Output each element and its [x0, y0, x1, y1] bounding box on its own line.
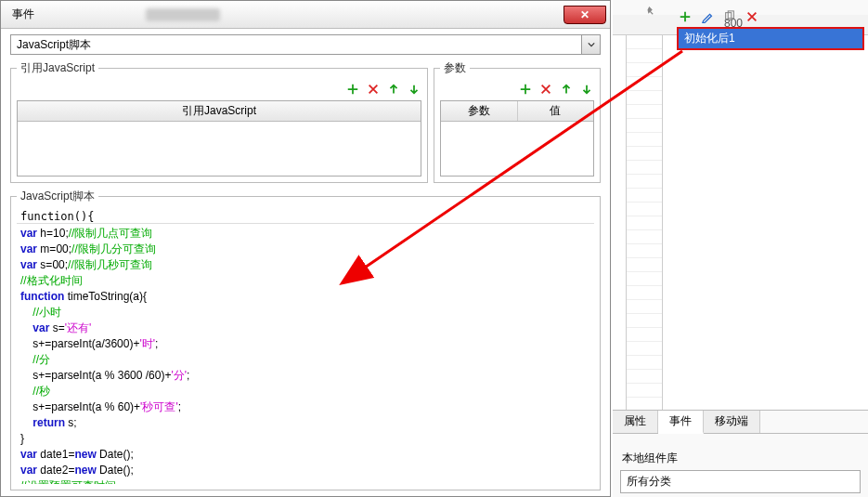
tab-事件[interactable]: 事件	[658, 411, 704, 434]
arrow-down-icon[interactable]	[407, 82, 421, 97]
arrow-down-icon[interactable]	[579, 82, 594, 97]
add-icon[interactable]	[518, 82, 533, 97]
params-legend: 参数	[440, 60, 470, 76]
include-js-table[interactable]: 引用JavaScript	[17, 100, 421, 177]
component-library: 本地组件库 所有分类	[613, 443, 868, 497]
add-icon[interactable]	[345, 82, 360, 97]
dialog-title: 事件	[12, 7, 34, 22]
tab-属性[interactable]: 属性	[613, 411, 658, 433]
dialog-titlebar[interactable]: 事件 ✕	[1, 1, 610, 29]
code-editor[interactable]: var h=10;//限制几点可查询var m=00;//限制几分可查询var …	[17, 223, 594, 484]
params-group: 参数 参数 值	[434, 60, 601, 183]
script-legend: JavaScript脚本	[17, 189, 98, 204]
chevron-down-icon[interactable]	[581, 35, 600, 54]
tab-移动端[interactable]: 移动端	[704, 411, 760, 433]
col-param: 参数	[441, 101, 518, 121]
arrow-up-icon[interactable]	[386, 82, 401, 97]
delete-event-icon[interactable]	[745, 9, 759, 24]
script-type-dropdown[interactable]: JavaScript脚本	[10, 34, 601, 55]
delete-icon[interactable]	[366, 82, 381, 97]
close-button[interactable]: ✕	[564, 6, 606, 24]
library-category-dropdown[interactable]: 所有分类	[620, 470, 861, 493]
canvas-grid[interactable]	[613, 35, 868, 410]
edit-icon[interactable]	[700, 9, 715, 24]
blurred-subtitle	[146, 8, 220, 21]
include-js-legend: 引用JavaScript	[17, 60, 98, 76]
event-dialog: 事件 ✕ JavaScript脚本 引用JavaScript 引用JavaS	[0, 0, 611, 497]
event-toolbar	[678, 9, 759, 24]
event-row-init[interactable]: 初始化后1	[679, 29, 862, 48]
library-title: 本地组件库	[622, 451, 859, 466]
dropdown-text: JavaScript脚本	[11, 37, 581, 53]
panel-tabs: 属性事件移动端	[613, 410, 868, 434]
delete-icon[interactable]	[538, 82, 553, 97]
event-list[interactable]: 初始化后1	[678, 28, 863, 49]
script-group: JavaScript脚本 function(){ var h=10;//限制几点…	[10, 189, 601, 490]
right-panel: 800 属性事件移动端 本地组件库 所有分类	[613, 0, 868, 497]
add-event-icon[interactable]	[678, 9, 693, 24]
pin-icon[interactable]	[644, 6, 657, 21]
col-include-js: 引用JavaScript	[18, 101, 421, 121]
params-table[interactable]: 参数 值	[440, 100, 594, 177]
col-value: 值	[518, 101, 594, 121]
copy-icon[interactable]	[722, 9, 737, 24]
function-header: function(){	[17, 208, 594, 223]
include-js-group: 引用JavaScript 引用JavaScript	[10, 60, 428, 183]
dialog-body: JavaScript脚本 引用JavaScript 引用JavaScript	[1, 29, 610, 496]
arrow-up-icon[interactable]	[559, 82, 574, 97]
